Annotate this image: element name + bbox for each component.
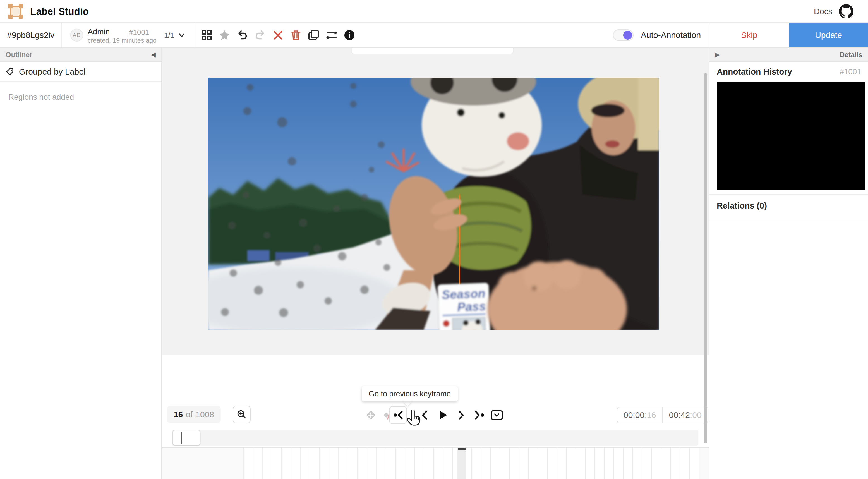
details-title: Details	[840, 51, 862, 59]
frames-grid[interactable]	[243, 448, 700, 479]
current-time: 00:00:16	[617, 407, 663, 423]
auto-annotation-control: Auto-Annotation	[613, 23, 701, 48]
task-id[interactable]: #9pb8Lgs2iv	[0, 23, 62, 48]
details-header: ▶ Details	[710, 48, 868, 62]
group-by-label: Grouped by Label	[19, 67, 86, 77]
vertical-scrollbar[interactable]	[704, 73, 707, 443]
hand-cursor	[406, 410, 421, 426]
frame-total: 1008	[195, 410, 214, 419]
panel-collapse-icon	[490, 409, 503, 421]
chevron-left-icon	[419, 410, 430, 421]
duplicate-icon[interactable]	[308, 29, 319, 41]
avatar: AD	[70, 29, 83, 41]
grid-view-icon[interactable]	[201, 29, 212, 41]
timeline-playhead-line	[181, 431, 182, 444]
play-icon	[437, 410, 448, 421]
outliner-panel: Outliner ◀ Grouped by Label Regions not …	[0, 48, 162, 479]
relations-title: Relations (0)	[717, 201, 767, 210]
outliner-header: Outliner ◀	[0, 48, 161, 62]
annotation-history-id: #1001	[840, 67, 861, 76]
current-time-main: 00:00	[623, 410, 645, 420]
total-time-main: 00:42	[669, 410, 690, 420]
time-display: 00:00:16 00:42:00	[617, 407, 708, 423]
outliner-title: Outliner	[6, 51, 32, 59]
next-frame-button[interactable]	[452, 406, 470, 424]
annotation-toolbar	[201, 23, 355, 48]
reject-icon[interactable]	[272, 29, 284, 41]
current-time-frames: :16	[645, 410, 656, 420]
chevron-down-icon	[178, 32, 185, 39]
timeline-viewport-thumb[interactable]	[173, 430, 200, 446]
github-icon[interactable]	[839, 4, 854, 19]
pager-count: 1/1	[164, 31, 174, 40]
update-button[interactable]: Update	[789, 23, 868, 48]
skip-button[interactable]: Skip	[709, 23, 789, 48]
frame-current[interactable]: 16	[174, 410, 183, 419]
chevron-right-icon	[456, 410, 467, 421]
redo-icon[interactable]	[254, 29, 266, 41]
auto-annotation-toggle[interactable]	[613, 29, 633, 41]
add-keyframe-icon	[365, 409, 377, 421]
play-button[interactable]	[434, 406, 452, 424]
frames-ruler	[162, 447, 709, 479]
annotation-history-content	[717, 82, 865, 190]
annotation-history-title: Annotation History	[717, 67, 792, 77]
annotation-history-row: Annotation History #1001	[717, 67, 861, 77]
frames-panel-toggle-button[interactable]	[488, 406, 506, 424]
auto-annotation-label: Auto-Annotation	[641, 30, 701, 40]
next-keyframe-button[interactable]	[471, 406, 489, 424]
divider	[710, 194, 868, 195]
app-title: Label Studio	[30, 0, 89, 23]
zoom-in-icon	[237, 410, 247, 420]
frame-counter[interactable]: 16 of 1008	[167, 406, 221, 423]
total-time: 00:42:00	[663, 407, 708, 423]
floating-panel-edge	[351, 48, 514, 54]
divider	[710, 220, 868, 221]
star-icon[interactable]	[219, 29, 230, 41]
relations-icon[interactable]	[326, 29, 337, 41]
next-keyframe-icon	[473, 409, 486, 421]
zoom-button[interactable]	[233, 406, 251, 423]
app-header: Label Studio Docs	[0, 0, 868, 23]
playhead-column[interactable]	[457, 448, 466, 479]
add-keyframe-button[interactable]	[362, 406, 380, 424]
tag-icon	[6, 67, 14, 76]
group-by-label-control[interactable]: Grouped by Label	[0, 62, 161, 82]
badge-title-line2: Pass	[457, 299, 486, 314]
total-time-frames: :00	[690, 410, 702, 420]
collapse-left-icon[interactable]: ◀	[151, 51, 156, 58]
expand-right-icon[interactable]: ▶	[715, 51, 720, 58]
video-frame-art: Season Pass RATATOUILLE BOWERS	[208, 78, 659, 330]
annotation-created: created, 19 minutes ago	[88, 37, 157, 44]
prev-keyframe-icon	[392, 409, 404, 421]
task-bar: #9pb8Lgs2iv AD Admin #1001 created, 19 m…	[0, 23, 868, 48]
annotation-workspace: Season Pass RATATOUILLE BOWERS	[162, 48, 709, 479]
delete-icon[interactable]	[290, 29, 302, 41]
annotation-id: #1001	[129, 28, 149, 37]
info-icon[interactable]	[344, 29, 355, 41]
details-panel: ▶ Details Annotation History #1001 Relat…	[709, 48, 868, 479]
tooltip: Go to previous keyframe	[362, 386, 458, 401]
label-studio-logo-icon[interactable]	[8, 4, 23, 19]
video-canvas[interactable]: Season Pass RATATOUILLE BOWERS	[208, 78, 659, 330]
timeline-seekbar[interactable]	[172, 430, 698, 446]
docs-link[interactable]: Docs	[814, 0, 832, 23]
video-controls-zone: 16 of 1008	[162, 355, 709, 479]
prev-keyframe-button[interactable]	[389, 406, 407, 424]
annotator-name: Admin	[88, 27, 110, 36]
frame-of-label: of	[186, 410, 193, 419]
regions-empty-message: Regions not added	[8, 93, 74, 101]
annotation-pager[interactable]: 1/1	[164, 23, 185, 48]
undo-icon[interactable]	[237, 29, 248, 41]
